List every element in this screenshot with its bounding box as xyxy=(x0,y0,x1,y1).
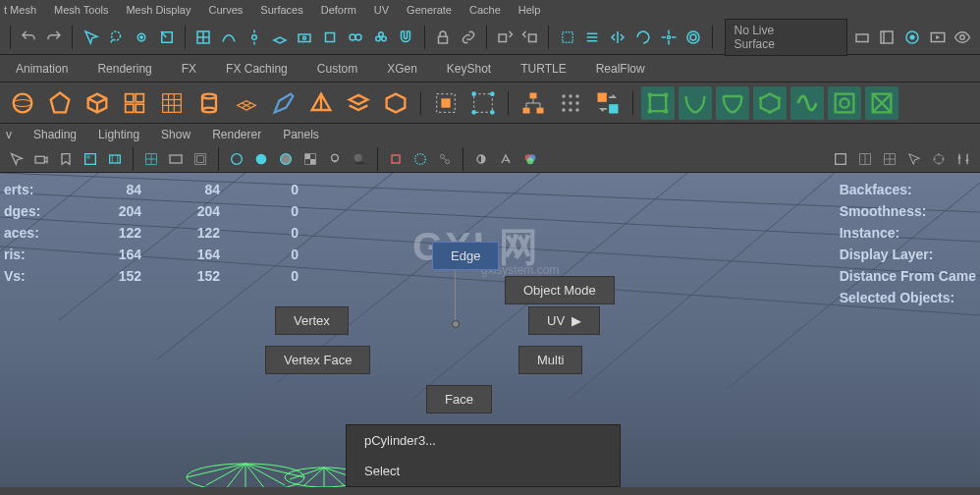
shelf-cylinder-icon[interactable] xyxy=(192,86,226,120)
vt-panel4-icon[interactable] xyxy=(879,148,900,170)
vt-wireshaded-icon[interactable] xyxy=(275,148,297,170)
shelf-dotpattern-icon[interactable] xyxy=(554,86,587,120)
viewmenu-shading[interactable]: Shading xyxy=(33,128,77,141)
menu-mesh-display[interactable]: Mesh Display xyxy=(126,4,191,16)
radial-object-mode[interactable]: Object Mode xyxy=(505,276,615,304)
menu-help[interactable]: Help xyxy=(518,4,541,16)
snap-grid-icon[interactable] xyxy=(192,25,215,50)
tab-turtle[interactable]: TURTLE xyxy=(507,56,579,82)
vt-slider-icon[interactable] xyxy=(953,148,974,170)
vt-target-icon[interactable] xyxy=(928,148,950,170)
shelf-mash3-icon[interactable] xyxy=(716,86,749,120)
shelf-brush-icon[interactable] xyxy=(267,86,300,120)
snap-toggle-icon[interactable] xyxy=(344,25,366,50)
radial-uv[interactable]: UV ▶ xyxy=(528,306,600,335)
shelf-box-icon[interactable] xyxy=(379,86,412,120)
shelf-mash7-icon[interactable] xyxy=(865,86,898,120)
snap-live-icon[interactable] xyxy=(294,25,316,50)
link-icon[interactable] xyxy=(457,25,479,50)
lasso-tool-icon[interactable] xyxy=(105,25,128,50)
shelf-cube-icon[interactable] xyxy=(81,86,114,120)
vt-resolution-icon[interactable] xyxy=(190,148,211,170)
sym-x-icon[interactable] xyxy=(607,25,629,50)
shelf-sphere-icon[interactable] xyxy=(6,86,39,120)
shelf-mash4-icon[interactable] xyxy=(753,86,787,120)
menu-surfaces[interactable]: Surfaces xyxy=(260,4,302,16)
tab-animation[interactable]: Animation xyxy=(2,56,82,82)
viewmenu-panels[interactable]: Panels xyxy=(283,128,319,141)
sym-toggle-icon[interactable] xyxy=(631,25,654,50)
snap-curve-icon[interactable] xyxy=(218,25,241,50)
select-tool-icon[interactable] xyxy=(80,25,102,50)
shelf-hierarchy-icon[interactable] xyxy=(517,86,550,120)
shelf-mash6-icon[interactable] xyxy=(828,86,861,120)
vt-wireframe-icon[interactable] xyxy=(226,148,247,170)
xray-icon[interactable] xyxy=(901,25,924,50)
snap-view-icon[interactable] xyxy=(319,25,342,50)
vt-panel1-icon[interactable] xyxy=(830,148,851,170)
vt-lights-icon[interactable] xyxy=(324,148,346,170)
vt-colormgmt-icon[interactable] xyxy=(519,148,541,170)
live-surface-field[interactable]: No Live Surface xyxy=(725,19,847,56)
tab-fx-caching[interactable]: FX Caching xyxy=(212,56,301,82)
vt-xray-icon[interactable] xyxy=(409,148,431,170)
snap-point-icon[interactable] xyxy=(244,25,266,50)
vt-image-icon[interactable] xyxy=(80,148,101,170)
radial-multi[interactable]: Multi xyxy=(518,346,582,374)
vt-gate-icon[interactable] xyxy=(165,148,187,170)
radial-vertex[interactable]: Vertex xyxy=(275,306,349,335)
vt-bookmark-icon[interactable] xyxy=(55,148,77,170)
live-surface-icon[interactable] xyxy=(850,25,873,50)
history-out-icon[interactable] xyxy=(519,25,542,50)
shelf-mash1-icon[interactable] xyxy=(641,86,675,120)
vt-xray-joint-icon[interactable] xyxy=(434,148,456,170)
tab-fx[interactable]: FX xyxy=(168,56,210,82)
viewmenu-renderer[interactable]: Renderer xyxy=(212,128,261,141)
shelf-mash2-icon[interactable] xyxy=(679,86,712,120)
menu-generate[interactable]: Generate xyxy=(407,4,452,16)
soft-select-icon[interactable] xyxy=(682,25,705,50)
shelf-grid-icon[interactable] xyxy=(155,86,189,120)
menu-cache[interactable]: Cache xyxy=(469,4,501,16)
shelf-layers-icon[interactable] xyxy=(342,86,375,120)
menu-mesh[interactable]: t Mesh xyxy=(4,4,36,16)
ui-toggle-icon[interactable] xyxy=(876,25,898,50)
undo-icon[interactable] xyxy=(18,25,40,50)
shelf-convert-icon[interactable] xyxy=(591,86,625,120)
vt-select-icon[interactable] xyxy=(6,148,27,170)
sym-radial-icon[interactable] xyxy=(657,25,680,50)
vt-gamma-icon[interactable] xyxy=(495,148,517,170)
menu-deform[interactable]: Deform xyxy=(321,4,356,16)
menu-mesh-tools[interactable]: Mesh Tools xyxy=(54,4,108,16)
shelf-mash5-icon[interactable] xyxy=(790,86,824,120)
viewmenu-lighting[interactable]: Lighting xyxy=(98,128,139,141)
vt-shadows-icon[interactable] xyxy=(349,148,370,170)
history-in-icon[interactable] xyxy=(494,25,517,50)
radial-face[interactable]: Face xyxy=(426,385,492,413)
vt-panel2-icon[interactable] xyxy=(854,148,876,170)
lock-icon[interactable] xyxy=(432,25,455,50)
menu-uv[interactable]: UV xyxy=(374,4,389,16)
select-all-icon[interactable] xyxy=(155,25,178,50)
vt-shaded-icon[interactable] xyxy=(250,148,272,170)
shelf-cubes-icon[interactable] xyxy=(118,86,151,120)
snap-plane-icon[interactable] xyxy=(268,25,291,50)
ctx-select[interactable]: Select xyxy=(347,456,620,486)
redo-icon[interactable] xyxy=(43,25,66,50)
viewport-3d[interactable]: GXI 网 gxlsystem.com erts:84840 dges:2042… xyxy=(0,173,980,487)
snap-flower-icon[interactable] xyxy=(369,25,392,50)
tab-rendering[interactable]: Rendering xyxy=(83,56,165,82)
vt-grid-icon[interactable] xyxy=(140,148,162,170)
tab-keyshot[interactable]: KeyShot xyxy=(433,56,505,82)
magnet-icon[interactable] xyxy=(395,25,417,50)
vt-isolate-icon[interactable] xyxy=(385,148,407,170)
paint-select-icon[interactable] xyxy=(131,25,153,50)
tab-xgen[interactable]: XGen xyxy=(373,56,431,82)
viewmenu-view[interactable]: v xyxy=(6,128,12,141)
shelf-plane-grid-icon[interactable] xyxy=(230,86,263,120)
shelf-bbox-icon[interactable] xyxy=(429,86,463,120)
radial-edge[interactable]: Edge xyxy=(432,242,499,270)
vt-textured-icon[interactable] xyxy=(299,148,321,170)
shelf-prism-icon[interactable] xyxy=(304,86,338,120)
vt-arrow-icon[interactable] xyxy=(903,148,925,170)
